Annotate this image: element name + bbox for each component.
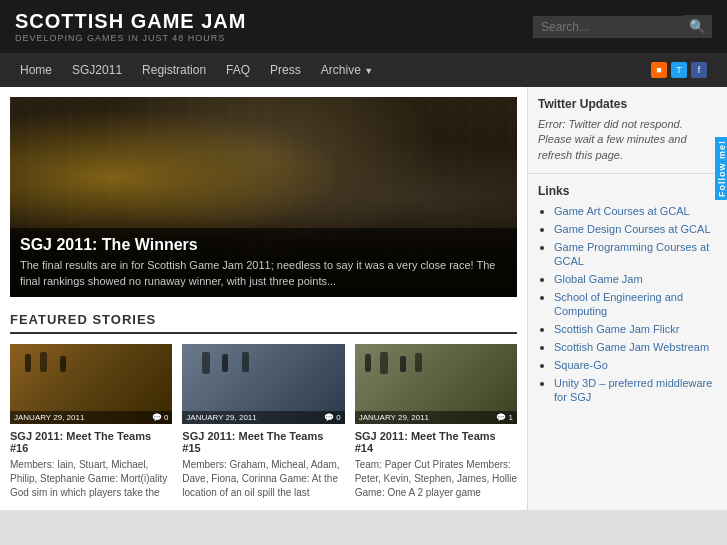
- featured-thumb-3[interactable]: JANUARY 29, 2011 💬 1: [355, 344, 517, 424]
- sidebar-link-1[interactable]: Game Design Courses at GCAL: [554, 223, 711, 235]
- nav: Home SGJ2011 Registration FAQ Press Arch…: [0, 53, 727, 87]
- sidebar-links-section: Links Game Art Courses at GCAL Game Desi…: [528, 174, 727, 418]
- sidebar-link-item-1: Game Design Courses at GCAL: [554, 222, 717, 236]
- sidebar-link-4[interactable]: School of Engineering and Computing: [554, 291, 683, 317]
- featured-excerpt-3: Team: Paper Cut Pirates Members: Peter, …: [355, 458, 517, 500]
- nav-item-sgj2011[interactable]: SGJ2011: [62, 53, 132, 87]
- featured-title-3[interactable]: SGJ 2011: Meet The Teams #14: [355, 430, 517, 454]
- nav-item-faq[interactable]: FAQ: [216, 53, 260, 87]
- search-input[interactable]: [533, 16, 683, 38]
- follow-me-badge[interactable]: Follow me!: [715, 137, 727, 200]
- header: SCOTTISH GAME JAM DEVELOPING GAMES IN JU…: [0, 0, 727, 53]
- sidebar-link-6[interactable]: Scottish Game Jam Webstream: [554, 341, 709, 353]
- thumb-date-3: JANUARY 29, 2011: [359, 413, 429, 422]
- thumb-count-2: 💬 0: [324, 413, 341, 422]
- nav-item-home[interactable]: Home: [10, 53, 62, 87]
- nav-left: Home SGJ2011 Registration FAQ Press Arch…: [10, 53, 383, 87]
- sidebar-link-item-3: Global Game Jam: [554, 272, 717, 286]
- thumb-overlay-1: JANUARY 29, 2011 💬 0: [10, 411, 172, 424]
- sidebar-link-item-6: Scottish Game Jam Webstream: [554, 340, 717, 354]
- site-title-area: SCOTTISH GAME JAM DEVELOPING GAMES IN JU…: [15, 10, 246, 43]
- featured-excerpt-2: Members: Graham, Micheal, Adam, Dave, Fi…: [182, 458, 344, 500]
- sidebar-link-7[interactable]: Square-Go: [554, 359, 608, 371]
- thumb-count-1: 💬 0: [152, 413, 169, 422]
- twitter-icon[interactable]: T: [671, 62, 687, 78]
- sidebar-link-2[interactable]: Game Programming Courses at GCAL: [554, 241, 709, 267]
- hero: SGJ 2011: The Winners The final results …: [10, 97, 517, 297]
- thumb-overlay-2: JANUARY 29, 2011 💬 0: [182, 411, 344, 424]
- hero-title: SGJ 2011: The Winners: [20, 236, 507, 254]
- twitter-section-title: Twitter Updates: [538, 97, 717, 111]
- nav-item-press[interactable]: Press: [260, 53, 311, 87]
- site-tagline: DEVELOPING GAMES IN JUST 48 HOURS: [15, 33, 246, 43]
- nav-item-archive[interactable]: Archive ▼: [311, 53, 383, 87]
- sidebar-link-5[interactable]: Scottish Game Jam Flickr: [554, 323, 679, 335]
- sidebar-links-list: Game Art Courses at GCAL Game Design Cou…: [538, 204, 717, 404]
- twitter-error-message: Error: Twitter did not respond. Please w…: [538, 117, 717, 163]
- sidebar-link-item-7: Square-Go: [554, 358, 717, 372]
- sidebar-link-item-4: School of Engineering and Computing: [554, 290, 717, 318]
- sidebar-link-0[interactable]: Game Art Courses at GCAL: [554, 205, 690, 217]
- site-title: SCOTTISH GAME JAM: [15, 10, 246, 33]
- featured-item-2: JANUARY 29, 2011 💬 0 SGJ 2011: Meet The …: [182, 344, 344, 500]
- main: SGJ 2011: The Winners The final results …: [0, 87, 727, 510]
- thumb-overlay-3: JANUARY 29, 2011 💬 1: [355, 411, 517, 424]
- featured-label: FEATURED STORIES: [10, 312, 517, 334]
- sidebar: Follow me! Twitter Updates Error: Twitte…: [527, 87, 727, 510]
- nav-icons: ■ T f: [641, 62, 717, 78]
- thumb-date-2: JANUARY 29, 2011: [186, 413, 256, 422]
- featured-excerpt-1: Members: Iain, Stuart, Michael, Philip, …: [10, 458, 172, 500]
- search-area: 🔍: [533, 15, 712, 38]
- featured-section: FEATURED STORIES JANUARY 29, 2011 💬 0 SG…: [10, 312, 517, 500]
- sidebar-link-3[interactable]: Global Game Jam: [554, 273, 643, 285]
- thumb-date-1: JANUARY 29, 2011: [14, 413, 84, 422]
- nav-item-registration[interactable]: Registration: [132, 53, 216, 87]
- featured-thumb-2[interactable]: JANUARY 29, 2011 💬 0: [182, 344, 344, 424]
- sidebar-twitter-section: Twitter Updates Error: Twitter did not r…: [528, 87, 727, 174]
- search-button[interactable]: 🔍: [683, 15, 712, 38]
- featured-title-2[interactable]: SGJ 2011: Meet The Teams #15: [182, 430, 344, 454]
- featured-title-1[interactable]: SGJ 2011: Meet The Teams #16: [10, 430, 172, 454]
- sidebar-link-item-2: Game Programming Courses at GCAL: [554, 240, 717, 268]
- links-section-title: Links: [538, 184, 717, 198]
- featured-thumb-1[interactable]: JANUARY 29, 2011 💬 0: [10, 344, 172, 424]
- rss-icon[interactable]: ■: [651, 62, 667, 78]
- content: SGJ 2011: The Winners The final results …: [0, 87, 527, 510]
- hero-description: The final results are in for Scottish Ga…: [20, 258, 507, 289]
- sidebar-link-item-0: Game Art Courses at GCAL: [554, 204, 717, 218]
- featured-item-3: JANUARY 29, 2011 💬 1 SGJ 2011: Meet The …: [355, 344, 517, 500]
- hero-caption: SGJ 2011: The Winners The final results …: [10, 228, 517, 297]
- sidebar-link-item-8: Unity 3D – preferred middleware for SGJ: [554, 376, 717, 404]
- chevron-down-icon: ▼: [364, 66, 373, 76]
- featured-item-1: JANUARY 29, 2011 💬 0 SGJ 2011: Meet The …: [10, 344, 172, 500]
- facebook-icon[interactable]: f: [691, 62, 707, 78]
- featured-grid: JANUARY 29, 2011 💬 0 SGJ 2011: Meet The …: [10, 344, 517, 500]
- sidebar-link-8[interactable]: Unity 3D – preferred middleware for SGJ: [554, 377, 712, 403]
- sidebar-link-item-5: Scottish Game Jam Flickr: [554, 322, 717, 336]
- thumb-count-3: 💬 1: [496, 413, 513, 422]
